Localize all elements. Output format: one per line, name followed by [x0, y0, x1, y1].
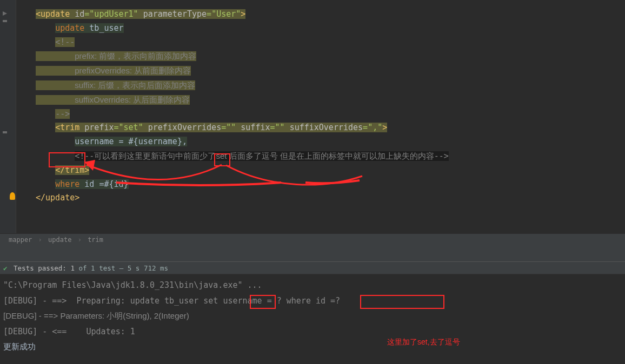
svg-rect-0	[3, 20, 7, 22]
code-line[interactable]: prefix: 前缀，表示向前面添加内容	[16, 49, 625, 64]
breadcrumb-item[interactable]: trim	[88, 236, 103, 244]
tests-time: – 5 s 712 ms	[119, 264, 168, 272]
code-line[interactable]: username = #{username},	[16, 135, 625, 149]
breadcrumb-item[interactable]: update	[48, 236, 71, 244]
code-line[interactable]: </update>	[16, 191, 625, 205]
tests-total: of 1 test	[79, 264, 116, 272]
console-line: [DEBUG] - ==> Parameters: 小明(String), 2(…	[3, 308, 622, 324]
test-status-bar: ✔ Tests passed: 1 of 1 test – 5 s 712 ms	[0, 261, 625, 274]
code-line[interactable]: <!--	[16, 36, 625, 50]
code-line[interactable]: <!--可以看到这里更新语句中前面少了set 后面多了逗号 但是在上面的标签中就…	[16, 149, 625, 164]
code-editor[interactable]: <update id="updUser1" parameterType="Use…	[0, 0, 625, 233]
chevron-right-icon: ›	[38, 236, 42, 244]
code-line[interactable]: suffix: 后缀，表示向后面添加内容	[16, 78, 625, 93]
code-line[interactable]: <update id="updUser1" parameterType="Use…	[16, 8, 625, 22]
chevron-right-icon: ›	[78, 236, 82, 244]
code-line[interactable]: suffixOverrides: 从后面删除内容	[16, 93, 625, 107]
console-output[interactable]: "C:\Program Files\Java\jdk1.8.0_231\bin\…	[0, 274, 625, 364]
console-line: [DEBUG] - <== Updates: 1	[3, 324, 622, 340]
tests-passed-count: 1	[70, 264, 75, 272]
console-line: "C:\Program Files\Java\jdk1.8.0_231\bin\…	[3, 278, 622, 293]
check-icon: ✔	[3, 264, 8, 272]
editor-gutter	[0, 0, 16, 233]
code-line[interactable]: <trim prefix="set" prefixOverrides="" su…	[16, 121, 625, 135]
code-line[interactable]: update tb_user	[16, 22, 625, 36]
console-line: 更新成功	[3, 339, 622, 355]
code-line[interactable]: where id =#{id}	[16, 178, 625, 192]
tests-passed-label: Tests passed:	[14, 264, 67, 272]
console-line: [DEBUG] - ==> Preparing: update tb_user …	[3, 293, 622, 309]
panel-spacer	[0, 245, 625, 261]
breadcrumb-item[interactable]: mapper	[9, 236, 32, 244]
annotation-text: 这里加了set,去了逗号	[387, 335, 460, 349]
intention-bulb-icon[interactable]	[10, 192, 15, 200]
code-line[interactable]: prefixOverrides: 从前面删除内容	[16, 64, 625, 78]
code-line[interactable]: -->	[16, 107, 625, 122]
code-line[interactable]: </trim>	[16, 164, 625, 178]
svg-rect-1	[3, 131, 7, 133]
breadcrumb[interactable]: mapper › update › trim	[0, 233, 625, 245]
